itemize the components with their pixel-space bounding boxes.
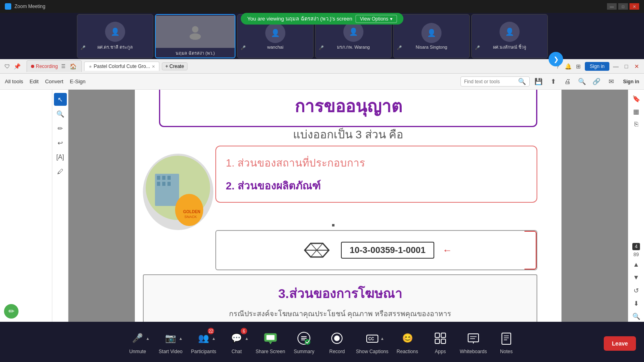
- left-image: GOLDEN SNACK: [143, 154, 213, 230]
- select-tool[interactable]: ↖: [54, 93, 67, 106]
- zoom-tool[interactable]: 🔍: [54, 107, 67, 120]
- close-button[interactable]: ✕: [630, 3, 639, 10]
- section3-desc: กรณีประสงค์จะโฆษณาคุณประโยชน์ คุณภาพ หรื…: [152, 308, 528, 319]
- minimize-browser-icon[interactable]: —: [612, 62, 620, 70]
- undo-tool[interactable]: ↩: [54, 136, 67, 149]
- svg-point-2: [190, 33, 201, 40]
- annotation-button[interactable]: ✏: [4, 304, 19, 319]
- whiteboards-button[interactable]: Whiteboards: [459, 329, 487, 354]
- participants-button[interactable]: 👥 22 ▲ Participants: [190, 329, 218, 354]
- sign-in-label[interactable]: Sign in: [623, 79, 639, 84]
- notes-button[interactable]: Notes: [492, 329, 520, 354]
- next-participants-button[interactable]: ❯: [549, 52, 563, 66]
- bottom-section-box: 3.ส่วนของการโฆษณา กรณีประสงค์จะโฆษณาคุณป…: [143, 274, 537, 322]
- export-icon[interactable]: ⬇: [631, 298, 642, 309]
- save-icon[interactable]: 💾: [533, 76, 544, 87]
- zoom-out-icon[interactable]: 🔍: [631, 311, 642, 322]
- share-link-icon[interactable]: 🔗: [591, 76, 602, 87]
- chevron-up-icon: ▲: [146, 336, 150, 341]
- svg-rect-28: [435, 339, 440, 343]
- record-button[interactable]: Record: [323, 329, 351, 354]
- upload-icon[interactable]: ⬆: [547, 76, 559, 87]
- edit-menu[interactable]: Edit: [30, 78, 39, 84]
- browser-bar: 🛡 📌 Recording ☰ 🏠 ★ Pastel Colorful Cute…: [0, 59, 644, 74]
- chevron-up-icon: ▲: [179, 336, 183, 341]
- reactions-icon: 😊: [398, 329, 416, 347]
- participant-name: มรภ.กพ. Warang: [335, 43, 371, 51]
- restore-browser-icon[interactable]: □: [622, 62, 630, 70]
- scroll-up-icon[interactable]: ▲: [631, 259, 642, 270]
- avatar: 👤: [421, 23, 442, 43]
- svg-text:CC: CC: [368, 337, 374, 341]
- new-tab-button[interactable]: + Create: [162, 62, 188, 70]
- section2-text: 2. ส่วนของผลิตภัณฑ์: [226, 177, 527, 194]
- avatar: 👤: [343, 22, 363, 42]
- all-tools-menu[interactable]: All tools: [5, 78, 23, 84]
- bell-icon[interactable]: 🔔: [564, 62, 572, 70]
- participants-icon: 👥 22 ▲: [195, 329, 213, 347]
- shield-icon[interactable]: 🛡: [3, 62, 11, 70]
- mic-icon: 🎤: [319, 45, 324, 50]
- reactions-button[interactable]: 😊 Reactions: [393, 329, 421, 354]
- show-captions-button[interactable]: CC ▲ Show Captions: [356, 329, 388, 354]
- recording-dot: [31, 65, 34, 68]
- acrobat-left-panel: [0, 90, 52, 322]
- copy-icon[interactable]: ⎘: [631, 119, 642, 130]
- license-logo: 10-3-00359-1-0001 ←: [301, 240, 452, 260]
- window-title: Zoom Meeting: [14, 4, 604, 9]
- apps-button[interactable]: Apps: [426, 329, 454, 354]
- restore-button[interactable]: □: [618, 3, 628, 10]
- leave-button[interactable]: Leave: [604, 336, 636, 351]
- minimize-button[interactable]: —: [607, 3, 617, 10]
- home-icon[interactable]: 🏠: [69, 62, 77, 70]
- scroll-down-icon[interactable]: ▼: [631, 272, 642, 283]
- text-tool[interactable]: [A]: [54, 151, 67, 164]
- record-icon: [328, 329, 346, 347]
- left-sidebar-tools: ↖ 🔍 ✏ ↩ [A] 🖊: [52, 90, 68, 322]
- chat-icon: 💬 6 ▲: [228, 329, 246, 347]
- recording-tab[interactable]: Recording ☰ 🏠: [27, 60, 82, 72]
- esign-menu[interactable]: E-Sign: [70, 78, 85, 84]
- svg-rect-8: [157, 182, 160, 186]
- menu-icon[interactable]: ☰: [60, 62, 68, 70]
- signin-button[interactable]: Sign in: [585, 62, 609, 71]
- chat-button[interactable]: 💬 6 ▲ Chat: [223, 329, 251, 354]
- start-video-button[interactable]: 📷 ▲ Start Video: [157, 329, 185, 354]
- slide-container: การขออนุญาต แบ่งออกเป็น 3 ส่วน คือ GOLDE…: [135, 90, 561, 322]
- view-options-button[interactable]: View Options ▾: [355, 15, 396, 23]
- svg-text:SNACK: SNACK: [184, 215, 197, 219]
- participant-name: wanchai: [266, 45, 285, 49]
- share-screen-button[interactable]: Share Screen: [256, 329, 285, 354]
- notes-icon: [497, 329, 515, 347]
- close-browser-icon[interactable]: ✕: [633, 62, 641, 70]
- zoom-in-icon[interactable]: 🔍: [576, 76, 588, 87]
- avatar: 👤: [265, 23, 285, 43]
- find-input[interactable]: [464, 79, 516, 84]
- mic-icon: 🎤: [241, 45, 246, 50]
- pin-icon[interactable]: 📌: [13, 62, 21, 70]
- mail-icon[interactable]: ✉: [605, 76, 617, 87]
- zoom-toolbar: 🎤 ▲ Unmute 📷 ▲ Start Video 👥 22 ▲ Partic…: [0, 322, 644, 362]
- participant-name: ผศ.นงลักษณ์ ชิ้วจู: [491, 43, 528, 51]
- summary-button[interactable]: Summary: [290, 329, 318, 354]
- participant-card: 👤 Nisara Singtong 🎤: [393, 14, 470, 58]
- active-tab[interactable]: ★ Pastel Colorful Cute Gro... ✕: [84, 62, 159, 71]
- section3-title: 3.ส่วนของการโฆษณา: [152, 283, 528, 304]
- toolbar-right: 🔍 💾 ⬆ 🖨 🔍 🔗 ✉ Sign in: [460, 76, 639, 87]
- tab-close-button[interactable]: ✕: [152, 64, 155, 69]
- unmute-button[interactable]: 🎤 ▲ Unmute: [124, 329, 152, 354]
- convert-menu[interactable]: Convert: [45, 78, 64, 84]
- grid-icon[interactable]: ⊞: [574, 62, 582, 70]
- find-box[interactable]: 🔍: [460, 76, 530, 86]
- browser-right: ? 🔔 ⊞ Sign in — □ ✕: [553, 62, 641, 71]
- refresh-icon[interactable]: ↺: [631, 285, 642, 296]
- pen-tool[interactable]: ✏: [54, 122, 67, 135]
- svg-rect-5: [157, 176, 160, 180]
- highlight-tool[interactable]: 🖊: [54, 165, 67, 178]
- bookmarks-icon[interactable]: 🔖: [631, 93, 642, 104]
- thumbnails-icon[interactable]: ▦: [631, 106, 642, 117]
- mic-icon: 🎤: [475, 45, 480, 50]
- apps-icon: [431, 329, 449, 347]
- recording-tab-label: Recording: [36, 64, 58, 69]
- print-icon[interactable]: 🖨: [562, 76, 573, 87]
